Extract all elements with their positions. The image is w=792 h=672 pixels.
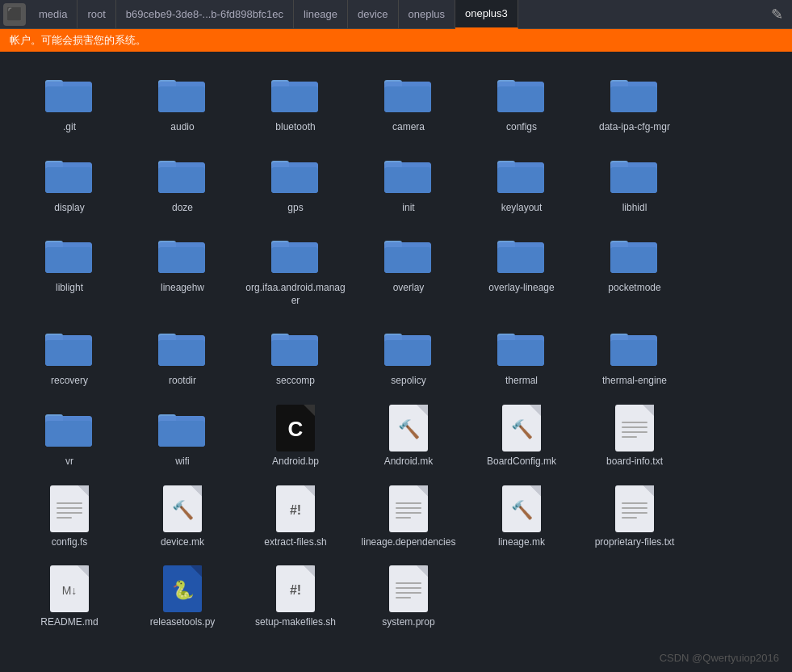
warning-text: 帐户。可能会损害您的系统。 bbox=[10, 33, 146, 48]
file-icon-wrap bbox=[606, 485, 663, 533]
file-item[interactable]: 🔨 BoardConfig.mk bbox=[465, 396, 578, 477]
folder-item[interactable]: org.ifaa.android.manager bbox=[239, 222, 352, 315]
folder-item[interactable]: init bbox=[352, 142, 465, 223]
folder-item[interactable]: .git bbox=[13, 61, 126, 142]
folder-label: pocketmode bbox=[608, 282, 660, 295]
folder-label: seccomp bbox=[276, 375, 315, 388]
folder-item[interactable]: wifi bbox=[126, 396, 239, 477]
folder-item[interactable]: data-ipa-cfg-mgr bbox=[578, 61, 691, 142]
file-icon-wrap: 🔨 bbox=[380, 404, 437, 452]
svg-rect-79 bbox=[158, 340, 205, 366]
folder-label: display bbox=[54, 202, 84, 215]
folder-item[interactable]: keylayout bbox=[465, 142, 578, 223]
folder-icon bbox=[154, 323, 211, 372]
folder-icon bbox=[41, 150, 98, 199]
folder-item[interactable]: doze bbox=[126, 142, 239, 223]
folder-item[interactable]: gps bbox=[239, 142, 352, 223]
folder-label: audio bbox=[170, 121, 194, 134]
folder-icon bbox=[267, 69, 324, 118]
folder-item[interactable]: overlay-lineage bbox=[465, 222, 578, 315]
folder-label: camera bbox=[392, 121, 425, 134]
file-label: setup-makefiles.sh bbox=[255, 616, 336, 629]
file-icon-wrap bbox=[41, 485, 98, 533]
folder-item[interactable]: bluetooth bbox=[239, 61, 352, 142]
file-icon-wrap bbox=[380, 485, 437, 533]
file-icon-doc bbox=[615, 485, 654, 532]
file-item[interactable]: config.fs bbox=[13, 477, 126, 557]
tab-oneplus3[interactable]: oneplus3 bbox=[455, 0, 518, 29]
folder-item[interactable]: recovery bbox=[13, 315, 126, 396]
folder-icon bbox=[493, 323, 550, 372]
folder-item[interactable]: thermal bbox=[465, 315, 578, 396]
file-icon-wrap: 🔨 bbox=[493, 404, 550, 452]
file-icon-make: 🔨 bbox=[502, 485, 541, 532]
folder-item[interactable]: sepolicy bbox=[352, 315, 465, 396]
folder-label: overlay-lineage bbox=[488, 282, 554, 295]
folder-label: thermal-engine bbox=[602, 375, 667, 388]
folder-item[interactable]: lineagehw bbox=[126, 222, 239, 315]
file-item[interactable]: board-info.txt bbox=[578, 396, 691, 477]
tab-lineage[interactable]: lineage bbox=[294, 0, 348, 29]
tab-hash[interactable]: b69cebe9-3de8-...b-6fd898bfc1ec bbox=[116, 0, 294, 29]
file-icon-wrap: 🔨 bbox=[493, 485, 550, 533]
file-icon-doc bbox=[389, 485, 428, 532]
folder-item[interactable]: seccomp bbox=[239, 315, 352, 396]
file-label: Android.mk bbox=[384, 456, 434, 468]
svg-rect-71 bbox=[610, 247, 657, 273]
file-label: lineage.mk bbox=[498, 536, 545, 549]
file-icon-wrap: 🐍 bbox=[154, 565, 211, 613]
file-icon-sh: #! bbox=[276, 485, 315, 532]
folder-icon bbox=[154, 150, 211, 199]
file-item[interactable]: system.prop bbox=[352, 556, 465, 637]
folder-item[interactable]: overlay bbox=[352, 222, 465, 315]
folder-label: data-ipa-cfg-mgr bbox=[599, 121, 670, 134]
file-item[interactable]: 🔨 Android.mk bbox=[352, 396, 465, 477]
tab-oneplus[interactable]: oneplus bbox=[399, 0, 456, 29]
file-item[interactable]: 🔨 lineage.mk bbox=[465, 477, 578, 557]
file-item[interactable]: proprietary-files.txt bbox=[578, 477, 691, 557]
file-item[interactable]: C Android.bp bbox=[239, 396, 352, 477]
file-label: BoardConfig.mk bbox=[487, 456, 556, 468]
file-label: extract-files.sh bbox=[264, 536, 326, 549]
folder-item[interactable]: libhidl bbox=[578, 142, 691, 223]
folder-icon bbox=[380, 230, 437, 279]
svg-rect-7 bbox=[158, 86, 205, 112]
folder-item[interactable]: rootdir bbox=[126, 315, 239, 396]
svg-rect-55 bbox=[158, 247, 205, 273]
file-item[interactable]: 🐍 releasetools.py bbox=[126, 556, 239, 637]
file-item[interactable]: 🔨 device.mk bbox=[126, 477, 239, 557]
folder-icon bbox=[41, 69, 98, 118]
folder-item[interactable]: display bbox=[13, 142, 126, 223]
file-item[interactable]: #! extract-files.sh bbox=[239, 477, 352, 557]
svg-rect-27 bbox=[45, 167, 92, 193]
folder-icon bbox=[154, 230, 211, 279]
folder-item[interactable]: camera bbox=[352, 61, 465, 142]
file-label: board-info.txt bbox=[606, 456, 663, 468]
folder-label: lineagehw bbox=[161, 282, 204, 295]
file-item[interactable]: M↓ README.md bbox=[13, 556, 126, 637]
tab-device[interactable]: device bbox=[348, 0, 399, 29]
file-item[interactable]: lineage.dependencies bbox=[352, 477, 465, 557]
file-icon-wrap bbox=[606, 404, 663, 452]
svg-rect-99 bbox=[45, 421, 92, 447]
svg-rect-3 bbox=[45, 86, 92, 112]
folder-icon bbox=[41, 404, 98, 452]
folder-icon bbox=[41, 230, 98, 279]
folder-item[interactable]: vr bbox=[13, 396, 126, 477]
folder-item[interactable]: pocketmode bbox=[578, 222, 691, 315]
file-item[interactable]: #! setup-makefiles.sh bbox=[239, 556, 352, 637]
folder-item[interactable]: configs bbox=[465, 61, 578, 142]
tab-root[interactable]: root bbox=[78, 0, 115, 29]
folder-label: thermal bbox=[505, 375, 538, 388]
folder-item[interactable]: audio bbox=[126, 61, 239, 142]
folder-icon bbox=[154, 404, 211, 452]
tab-media[interactable]: media bbox=[29, 0, 78, 29]
folder-item[interactable]: thermal-engine bbox=[578, 315, 691, 396]
edit-button[interactable]: ✎ bbox=[765, 6, 789, 23]
file-label: Android.bp bbox=[272, 456, 319, 468]
folder-item[interactable]: liblight bbox=[13, 222, 126, 315]
folder-label: liblight bbox=[56, 282, 83, 295]
folder-label: vr bbox=[65, 456, 73, 468]
svg-rect-67 bbox=[497, 247, 544, 273]
file-icon-bp: C bbox=[276, 405, 315, 452]
